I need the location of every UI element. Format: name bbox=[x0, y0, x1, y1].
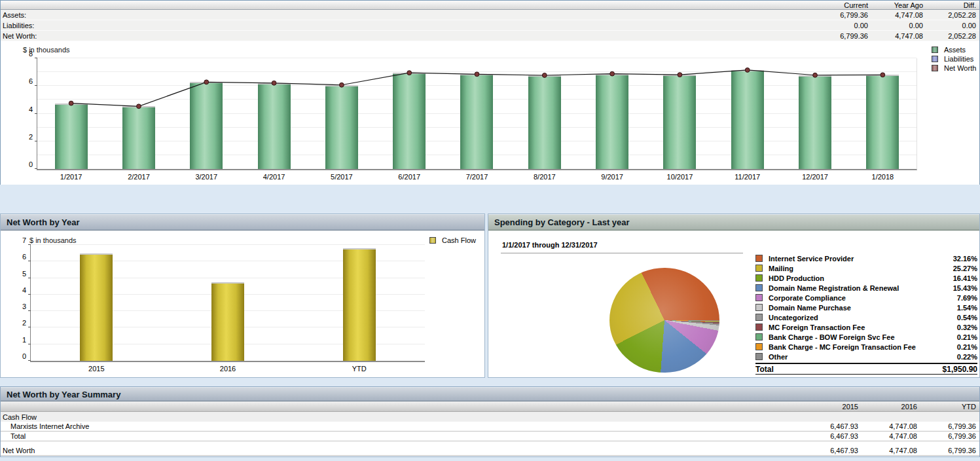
summary-row-value: 0.00 bbox=[813, 22, 868, 29]
y-tick-label: 0 bbox=[29, 160, 33, 168]
category-label: Domain Name Registration & Renewal bbox=[769, 284, 953, 292]
category-swatch bbox=[755, 274, 763, 282]
x-tick-label: 1/2017 bbox=[60, 173, 82, 181]
category-percent: 0.54% bbox=[957, 314, 977, 322]
summary-row-label: Liabilities: bbox=[1, 22, 813, 29]
category-swatch bbox=[755, 333, 763, 341]
summary-col-header: Year Ago bbox=[868, 1, 923, 9]
summary-row-value: 4,747.08 bbox=[868, 32, 923, 40]
category-label: MC Foreign Transaction Fee bbox=[769, 323, 957, 331]
category-label: Corporate Compliance bbox=[769, 294, 957, 302]
summary-row-label: Marxists Internet Archive bbox=[1, 422, 799, 430]
category-percent: 0.21% bbox=[957, 333, 977, 341]
category-percent: 0.32% bbox=[957, 323, 977, 331]
category-swatch bbox=[755, 284, 763, 291]
net-worth-point bbox=[272, 81, 276, 85]
x-tick-label: 2015 bbox=[88, 365, 104, 373]
net-worth-point bbox=[813, 73, 818, 77]
summary-spacer-row bbox=[1, 441, 979, 446]
net-worth-by-year-panel: Net Worth by Year $ in thousands 0123456… bbox=[0, 213, 485, 378]
spending-total-row: Total $1,950.90 bbox=[755, 363, 977, 375]
bar-slot bbox=[293, 245, 425, 361]
summary-table-row: Marxists Internet Archive6,467.934,747.0… bbox=[1, 422, 979, 432]
net-worth-swatch bbox=[932, 65, 938, 71]
net-worth-point bbox=[610, 71, 615, 76]
category-label: Domain Name Purchase bbox=[769, 304, 957, 312]
category-swatch bbox=[755, 294, 763, 301]
category-percent: 16.41% bbox=[953, 274, 977, 282]
y-axis-unit-label: $ in thousands bbox=[29, 236, 77, 244]
y-tick-label: 8 bbox=[29, 50, 33, 58]
legend-label: Cash Flow bbox=[442, 236, 476, 244]
category-label: HDD Production bbox=[769, 274, 953, 282]
summary-row-value: 6,799.36 bbox=[813, 11, 868, 19]
spending-legend-item: MC Foreign Transaction Fee0.32% bbox=[755, 322, 977, 332]
summary-table-row: Net Worth6,467.934,747.086,799.36 bbox=[1, 446, 979, 456]
summary-row-value: 2,052.28 bbox=[923, 11, 979, 19]
category-percent: 7.69% bbox=[957, 294, 977, 302]
summary-col-header: 2016 bbox=[858, 403, 917, 411]
legend-item: Liabilities bbox=[932, 54, 976, 64]
spending-legend-item: Domain Name Registration & Renewal15.43% bbox=[755, 283, 977, 293]
cash-flow-bar bbox=[211, 282, 244, 361]
cash-flow-bar bbox=[343, 248, 376, 361]
summary-column-header-row: 20152016YTD bbox=[1, 401, 979, 412]
x-tick-label: 2/2017 bbox=[128, 173, 150, 181]
net-worth-by-year-body: $ in thousands 0123456720152016YTD Cash … bbox=[1, 230, 484, 378]
y-tick-label: 4 bbox=[22, 286, 26, 294]
category-percent: 0.21% bbox=[957, 343, 977, 351]
y-tick-label: 2 bbox=[29, 133, 33, 141]
x-tick-label: 9/2017 bbox=[601, 173, 623, 181]
x-tick-label: YTD bbox=[352, 365, 367, 373]
spending-panel-body: 1/1/2017 through 12/31/2017 Internet Ser… bbox=[488, 230, 979, 378]
summary-row-label: Net Worth: bbox=[1, 32, 813, 40]
cash-flow-bar bbox=[80, 253, 113, 361]
summary-col-header: 2015 bbox=[799, 403, 858, 411]
summary-row-label: Net Worth bbox=[1, 447, 799, 454]
category-swatch bbox=[755, 314, 763, 321]
y-tick-label: 4 bbox=[29, 105, 33, 113]
summary-row: Net Worth:6,799.364,747.082,052.28 bbox=[1, 31, 979, 41]
spending-pie-chart bbox=[609, 268, 719, 373]
x-tick-label: 4/2017 bbox=[263, 173, 285, 181]
legend-label: Net Worth bbox=[944, 64, 976, 72]
spending-legend-item: HDD Production16.41% bbox=[755, 273, 977, 283]
summary-col-header: Current bbox=[813, 1, 868, 9]
summary-row-value: 6,799.36 bbox=[813, 32, 868, 40]
summary-col-header: Diff. bbox=[923, 1, 979, 9]
net-worth-point bbox=[880, 73, 885, 77]
spending-legend-item: Other0.22% bbox=[755, 352, 977, 361]
summary-row-value: 6,467.93 bbox=[799, 432, 858, 440]
summary-row-value: 6,799.36 bbox=[917, 447, 979, 454]
category-label: Other bbox=[769, 353, 957, 361]
x-tick-label: 6/2017 bbox=[398, 173, 420, 181]
category-percent: 0.22% bbox=[957, 353, 977, 361]
y-tick-label: 3 bbox=[22, 303, 26, 310]
net-worth-summary-panel: Net Worth by Year Summary 20152016YTD Ca… bbox=[0, 386, 980, 457]
y-tick-label: 6 bbox=[29, 77, 33, 85]
bar-slot bbox=[31, 245, 162, 361]
summary-row: Assets:6,799.364,747.082,052.28 bbox=[1, 10, 979, 20]
x-tick-label: 12/2017 bbox=[802, 173, 828, 181]
category-swatch bbox=[755, 265, 763, 272]
net-worth-point bbox=[475, 72, 479, 77]
summary-row-value: 6,467.93 bbox=[799, 447, 858, 454]
y-tick-label: 7 bbox=[22, 236, 26, 244]
pie-sheen-overlay bbox=[609, 268, 719, 373]
net-worth-monthly-chart: $ in thousands 024681/20172/20173/20174/… bbox=[1, 41, 979, 185]
legend-label: Assets bbox=[944, 46, 966, 54]
net-worth-line-layer bbox=[37, 58, 916, 169]
category-percent: 15.43% bbox=[953, 284, 977, 292]
legend-item: Cash Flow bbox=[429, 236, 476, 245]
summary-panel-title: Net Worth by Year Summary bbox=[1, 387, 979, 401]
x-tick-label: 7/2017 bbox=[466, 173, 488, 181]
net-worth-point bbox=[678, 73, 682, 77]
x-tick-label: 3/2017 bbox=[195, 173, 217, 181]
summary-row-value: 4,747.08 bbox=[868, 11, 923, 19]
summary-col-header: YTD bbox=[917, 403, 979, 411]
monthly-chart-plot-area: 024681/20172/20173/20174/20175/20176/201… bbox=[37, 58, 917, 170]
spending-legend-item: Bank Charge - MC Foreign Transaction Fee… bbox=[755, 342, 977, 352]
spending-total-label: Total bbox=[755, 365, 943, 374]
net-worth-point bbox=[542, 73, 547, 78]
category-swatch bbox=[755, 255, 763, 262]
